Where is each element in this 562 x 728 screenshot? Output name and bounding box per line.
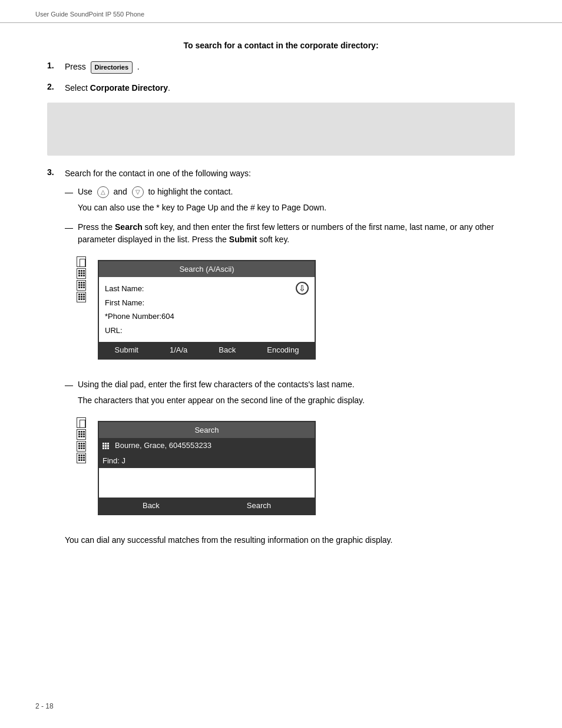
phone-footer-1: Submit 1/A/a Back Encoding	[99, 342, 315, 358]
bullet-1-and: and	[113, 187, 127, 196]
step-1: 1. Press Directories .	[47, 61, 515, 74]
phone-empty-area	[99, 468, 315, 498]
side-icon-grid-1	[77, 268, 86, 279]
grid-icon-3	[78, 294, 85, 300]
field-url: URL:	[105, 324, 174, 338]
bullet-3-dash: —	[65, 378, 78, 391]
footer-btn-back-2: Back	[138, 500, 164, 512]
bullet-1-suffix: to highlight the contact.	[148, 187, 233, 196]
bullet-3-main: Using the dial pad, enter the first few …	[78, 380, 355, 389]
phone-title-2: Search	[99, 422, 315, 439]
field-phone: *Phone Number:604	[105, 309, 174, 324]
phone-footer-2: Back Search	[99, 498, 315, 514]
step-2: 2. Select Corporate Directory.	[47, 82, 515, 94]
side-icon-grid-6	[77, 453, 86, 463]
step-3: 3. Search for the contact in one of the …	[47, 167, 515, 546]
side-icon-grid-4	[77, 429, 86, 440]
bullet-1-dash: —	[65, 186, 78, 199]
phone-screen-1: Search (A/Ascii) Last Name: First Name: …	[98, 260, 316, 360]
step-1-content: Press Directories .	[65, 61, 140, 74]
bullet-1-sub: You can also use the * key to Page Up an…	[78, 202, 326, 214]
final-text: You can dial any successful matches from…	[65, 534, 515, 546]
phone-screen-2-wrapper: Search	[77, 414, 515, 525]
grid-icon-6	[78, 454, 85, 461]
bullet-2-prefix: Press the	[78, 222, 115, 232]
side-icon-door-1	[77, 256, 86, 267]
side-icon-grid-2	[77, 280, 86, 291]
up-arrow-icon: △	[97, 186, 109, 198]
side-icon-grid-3	[77, 292, 86, 302]
footer-btn-submit: Submit	[110, 344, 143, 356]
side-icons-col-1	[77, 253, 86, 302]
step-3-content: Search for the contact in one of the fol…	[65, 167, 515, 546]
phone-body-2: Bourne, Grace, 6045553233 Find: J	[99, 438, 315, 498]
footer-btn-1aa: 1/A/a	[165, 344, 192, 356]
bullet-1: — Use △ and ▽ to highlight the contact. …	[65, 186, 515, 214]
directories-button-inline: Directories	[91, 61, 133, 74]
side-icon-door-2	[77, 417, 86, 428]
phone-find-row: Find: J	[99, 453, 315, 469]
step-1-number: 1.	[47, 61, 65, 70]
bullet-1-text: Use △ and ▽ to highlight the contact. Yo…	[78, 186, 326, 214]
step-2-suffix: .	[168, 83, 170, 93]
bullet-2-bold2: Submit	[229, 235, 257, 244]
bullet-2-text: Press the Search soft key, and then ente…	[78, 221, 515, 246]
step-1-suffix: .	[137, 62, 140, 71]
side-icon-grid-5	[77, 441, 86, 452]
bullet-2: — Press the Search soft key, and then en…	[65, 221, 515, 246]
grid-icon-4	[78, 431, 85, 437]
step-2-content: Select Corporate Directory.	[65, 82, 170, 94]
field-firstname: First Name:	[105, 296, 174, 310]
grid-icon-5	[78, 443, 85, 449]
header-text: User Guide SoundPoint IP 550 Phone	[35, 11, 144, 18]
step-3-intro: Search for the contact in one of the fol…	[65, 167, 515, 180]
step-1-prefix: Press	[65, 62, 86, 71]
bullet-2-suffix: soft key.	[257, 235, 289, 244]
grid-icon-2	[78, 282, 85, 288]
phone-title-1: Search (A/Ascii)	[99, 261, 315, 278]
down-arrow-icon: ▽	[132, 186, 144, 198]
footer-btn-back-1: Back	[214, 344, 240, 356]
result-text: Bourne, Grace, 6045553233	[115, 440, 211, 452]
bullet-3: — Using the dial pad, enter the first fe…	[65, 378, 515, 407]
download-icon: ⇩	[296, 282, 309, 295]
step-2-bold: Corporate Directory	[90, 83, 168, 93]
step-3-number: 3.	[47, 167, 65, 177]
gray-placeholder-box	[47, 103, 515, 156]
step-2-prefix: Select	[65, 83, 90, 93]
side-icons-col-2	[77, 414, 86, 463]
page-number: 2 - 18	[35, 702, 54, 710]
bullet-3-sub: The characters that you enter appear on …	[78, 394, 365, 407]
section-heading: To search for a contact in the corporate…	[47, 41, 515, 50]
field-lastname: Last Name:	[105, 282, 174, 296]
phone-screen-1-wrapper: Search (A/Ascii) Last Name: First Name: …	[77, 253, 515, 369]
grid-icon-1	[78, 270, 85, 276]
bullet-1-use: Use	[78, 187, 92, 196]
phone-screen-2: Search	[98, 421, 316, 515]
bullet-3-text: Using the dial pad, enter the first few …	[78, 378, 365, 407]
contact-grid-icon	[103, 443, 109, 449]
bullet-2-dash: —	[65, 221, 78, 234]
page-header: User Guide SoundPoint IP 550 Phone	[0, 0, 562, 23]
bullet-2-bold1: Search	[115, 222, 143, 232]
phone-result-row: Bourne, Grace, 6045553233	[99, 438, 315, 453]
footer-btn-encoding: Encoding	[262, 344, 303, 356]
main-content: To search for a contact in the corporate…	[0, 23, 562, 578]
phone-fields-1: Last Name: First Name: *Phone Number:604…	[105, 282, 174, 337]
footer-btn-search: Search	[242, 500, 276, 512]
phone-body-1: Last Name: First Name: *Phone Number:604…	[99, 277, 315, 342]
step-2-number: 2.	[47, 82, 65, 91]
